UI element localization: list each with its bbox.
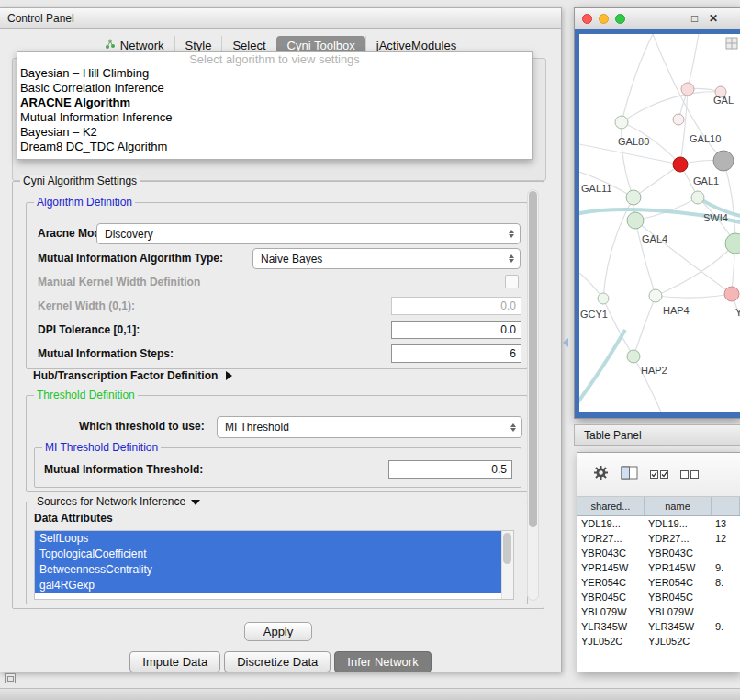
network-node[interactable]: [615, 116, 628, 129]
algorithm-option[interactable]: Dream8 DC_TDC Algorithm: [17, 140, 532, 154]
algorithm-option[interactable]: Basic Correlation Inference: [17, 81, 532, 96]
table-row[interactable]: YER054C YER054C 8.: [577, 575, 740, 590]
dpi-tolerance-field[interactable]: 0.0: [391, 321, 521, 339]
cell: YBR045C: [577, 592, 645, 603]
settings-scrollbar[interactable]: [527, 189, 539, 601]
hub-definition-label: Hub/Transcription Factor Definition: [33, 369, 218, 382]
tab-impute-data[interactable]: Impute Data: [129, 651, 220, 672]
attribute-list-scrollbar[interactable]: [501, 531, 513, 599]
mi-steps-field[interactable]: 6: [391, 344, 521, 363]
column-header-name[interactable]: name: [645, 497, 712, 515]
unchecked-boxes-icon[interactable]: [680, 467, 699, 483]
birdseye-icon[interactable]: [726, 38, 737, 49]
apply-button[interactable]: Apply: [244, 622, 312, 641]
close-icon[interactable]: ✕: [709, 11, 718, 26]
mi-threshold-label: Mutual Information Threshold:: [44, 463, 203, 476]
attribute-item[interactable]: TopologicalCoefficient: [35, 547, 502, 562]
column-header-partial[interactable]: [712, 497, 740, 515]
network-node[interactable]: [627, 212, 644, 229]
network-node[interactable]: [627, 350, 640, 363]
combo-arrows-icon: [510, 423, 516, 432]
minimize-traffic-button[interactable]: [599, 14, 609, 24]
table-row[interactable]: YDL19... YDL19... 13: [577, 516, 740, 531]
threshold-definition-group: Threshold Definition Which threshold to …: [26, 395, 528, 492]
algorithm-option[interactable]: Bayesian – K2: [17, 125, 532, 140]
network-node[interactable]: [725, 233, 740, 254]
cell: 13: [712, 518, 740, 529]
network-window-titlebar[interactable]: □ ✕: [575, 8, 740, 30]
cell: YER054C: [577, 577, 645, 588]
control-panel-titlebar[interactable]: Control Panel: [0, 8, 561, 29]
cell: YBL079W: [645, 606, 712, 617]
table-toolbar: [577, 453, 740, 497]
expand-arrow-icon: [226, 371, 232, 380]
node-label: GAL4: [642, 233, 667, 244]
sources-toggle[interactable]: Sources for Network Inference: [34, 495, 203, 509]
network-node[interactable]: [673, 114, 684, 125]
node-label: SWI4: [703, 212, 728, 223]
table-row[interactable]: YPR145W YPR145W 9.: [577, 560, 740, 575]
zoom-traffic-button[interactable]: [615, 14, 625, 24]
kernel-width-field[interactable]: 0.0: [391, 297, 521, 315]
panel-float-icon[interactable]: [5, 673, 16, 683]
table-row[interactable]: YLR345W YLR345W 9.: [577, 619, 740, 634]
cell: YBR045C: [645, 592, 712, 603]
network-node[interactable]: [724, 287, 739, 301]
which-threshold-combobox[interactable]: MI Threshold: [217, 416, 522, 438]
node-label: GAL80: [618, 136, 649, 147]
attribute-item[interactable]: gal4RGexp: [35, 578, 502, 593]
network-node-gal10[interactable]: [673, 157, 688, 172]
node-label: GAL10: [690, 133, 721, 144]
hub-definition-toggle[interactable]: Hub/Transcription Factor Definition: [33, 369, 232, 382]
cyni-mode-tab-bar: Impute Data Discretize Data Infer Networ…: [0, 651, 561, 672]
algorithm-option-selected[interactable]: ARACNE Algorithm: [17, 96, 532, 110]
table-row[interactable]: YBL079W YBL079W: [577, 604, 740, 619]
cell: YBR043C: [577, 548, 645, 559]
network-node[interactable]: [681, 83, 694, 96]
splitpane-collapse-arrow[interactable]: [563, 338, 568, 347]
tab-label: Select: [232, 39, 265, 52]
network-node[interactable]: [691, 191, 704, 204]
scrollbar-thumb[interactable]: [529, 191, 537, 527]
cell: YLR345W: [645, 621, 712, 632]
cell: 8.: [712, 577, 740, 588]
control-panel-title: Control Panel: [7, 12, 74, 25]
manual-kernel-width-label: Manual Kernel Width Definition: [38, 276, 200, 288]
close-traffic-button[interactable]: [582, 14, 592, 24]
mi-algorithm-type-combobox[interactable]: Naive Bayes: [252, 248, 521, 269]
aracne-mode-combobox[interactable]: Discovery: [96, 223, 521, 244]
network-canvas[interactable]: GAL GAL80 GAL10 GAL11 GAL1 SWI4 GAL4 GCY…: [579, 34, 740, 412]
float-icon[interactable]: □: [691, 11, 698, 26]
data-attributes-label: Data Attributes: [34, 512, 113, 525]
gear-icon[interactable]: [593, 465, 609, 484]
cell: YBL079W: [577, 606, 645, 617]
manual-kernel-width-checkbox[interactable]: [505, 275, 519, 288]
table-row[interactable]: YBR045C YBR045C: [577, 590, 740, 604]
mi-steps-label: Mutual Information Steps:: [38, 347, 174, 360]
table-columns-icon[interactable]: [621, 466, 638, 483]
tab-discretize-data[interactable]: Discretize Data: [224, 651, 331, 672]
attribute-item[interactable]: SelfLoops: [35, 531, 502, 547]
collapse-arrow-icon: [191, 500, 200, 505]
combo-arrows-icon: [509, 230, 514, 238]
table-row[interactable]: YJL052C YJL052C: [577, 634, 740, 649]
cell: YBR043C: [645, 548, 712, 559]
algorithm-definition-group: Algorithm Definition Aracne Mode: Discov…: [26, 202, 528, 369]
mi-threshold-field[interactable]: 0.5: [388, 460, 512, 479]
combo-arrows-icon: [509, 254, 514, 263]
checked-boxes-icon[interactable]: [650, 467, 668, 483]
algorithm-option[interactable]: Bayesian – Hill Climbing: [17, 66, 532, 81]
network-node[interactable]: [713, 151, 734, 171]
cell: YLR345W: [577, 621, 645, 632]
table-row[interactable]: YDR27... YDR27... 12: [577, 531, 740, 546]
network-node[interactable]: [598, 293, 609, 304]
attribute-item[interactable]: BetweennessCentrality: [35, 562, 502, 578]
column-header-shared-name[interactable]: shared...: [577, 497, 645, 515]
algorithm-option[interactable]: Mutual Information Inference: [17, 110, 532, 125]
scrollbar-thumb[interactable]: [503, 533, 511, 564]
tab-infer-network[interactable]: Infer Network: [334, 651, 431, 672]
network-node[interactable]: [626, 190, 641, 205]
group-title: Cyni Algorithm Settings: [20, 175, 140, 188]
network-node[interactable]: [649, 289, 662, 302]
table-row[interactable]: YBR043C YBR043C: [577, 546, 740, 560]
